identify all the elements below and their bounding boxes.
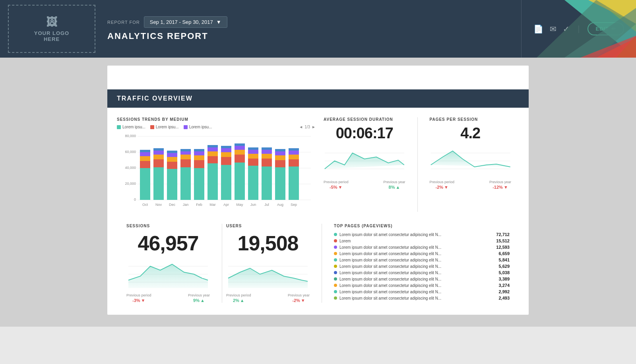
page-dot (334, 284, 337, 287)
sessions-trends-section: SESSIONS TRENDS BY MEDIUM Lorem ipsu... … (117, 117, 519, 212)
nav-page: 1/3 (304, 125, 310, 129)
page-row-left: Lorem ipsum dolor sit amet consectetur a… (334, 296, 490, 300)
page-name: Lorem ipsum dolor sit amet consectetur a… (339, 252, 441, 256)
logo-text: YOUR LOGO (34, 30, 69, 36)
svg-rect-52 (207, 145, 218, 147)
page-name: Lorem ipsum dolor sit amet consectetur a… (339, 245, 441, 250)
svg-rect-28 (153, 148, 164, 151)
sessions-value: 46,957 (126, 231, 210, 255)
pps-prev-period: Previous period -2% ▼ (430, 180, 455, 190)
svg-rect-84 (289, 167, 299, 200)
down-arrow-3: ▼ (504, 185, 508, 190)
chart-legend: Lorem ipsu... Lorem ipsu... Lorem ipsu..… (117, 125, 316, 129)
page-row: Lorem ipsum dolor sit amet consectetur a… (334, 264, 510, 269)
report-card: TRAFFIC OVERVIEW SESSIONS TRENDS BY MEDI… (107, 66, 529, 315)
header: 🖼 YOUR LOGO HERE REPORT FOR Sep 1, 2017 … (0, 0, 636, 58)
page-name: Lorem ipsum dolor sit amet consectetur a… (339, 296, 441, 300)
page-title: ANALYTICS REPORT (107, 31, 521, 41)
svg-rect-70 (248, 147, 258, 150)
pps-spark-svg (430, 145, 512, 177)
svg-rect-54 (221, 165, 231, 200)
svg-rect-62 (235, 150, 245, 155)
users-prev-year-label: Previous year (288, 293, 310, 297)
legend-item-2: Lorem ipsu... (150, 125, 179, 129)
chart-right: AVERAGE SESSION DURATION 00:06:17 (316, 117, 519, 212)
svg-text:Apr: Apr (223, 203, 229, 207)
page-row-left: Lorem ipsum dolor sit amet consectetur a… (334, 277, 490, 281)
date-range-dropdown[interactable]: Sep 1, 2017 - Sep 30, 2017 ▼ (144, 16, 227, 28)
svg-rect-60 (235, 163, 245, 200)
top-pages: TOP PAGES (PAGEVIEWS) Lorem ipsum dolor … (326, 224, 510, 303)
page-row-left: Lorem ipsum dolor sit amet consectetur a… (334, 271, 490, 275)
svg-rect-80 (275, 155, 285, 160)
sessions-sparkline (126, 258, 210, 290)
avg-session-sparkline (324, 145, 405, 177)
svg-rect-75 (262, 150, 272, 154)
edit-button[interactable]: EDIT ✏ (588, 22, 624, 35)
page-dot (334, 290, 337, 293)
svg-text:80,000: 80,000 (125, 134, 136, 138)
avg-prev-year-value: 8% ▲ (389, 185, 400, 190)
sessions-prev-period-value: -3% ▼ (132, 298, 145, 303)
page-row-left: Lorem ipsum dolor sit amet consectetur a… (334, 264, 490, 269)
down-arrow-s1: ▼ (141, 298, 145, 303)
page-dot (334, 239, 337, 242)
svg-rect-45 (194, 151, 204, 155)
users-title: USERS (226, 224, 310, 228)
svg-rect-73 (262, 159, 272, 167)
header-main: REPORT FOR Sep 1, 2017 - Sep 30, 2017 ▼ … (103, 0, 521, 58)
users-prev-year: Previous year -2% ▼ (288, 293, 310, 303)
pages-per-session-metric: PAGES PER SESSION 4.2 (422, 117, 520, 212)
pps-prev-year-label: Previous year (489, 180, 511, 184)
page-row-left: Lorem ipsum dolor sit amet consectetur a… (334, 258, 490, 262)
sessions-prev-year-label: Previous year (188, 293, 210, 297)
legend-label-2: Lorem ipsu... (156, 125, 179, 129)
svg-rect-78 (275, 167, 285, 200)
legend-label-1: Lorem ipsu... (122, 125, 145, 129)
page-row: Lorem ipsum dolor sit amet consectetur a… (334, 251, 510, 256)
legend-nav[interactable]: ◄ 1/3 ► (299, 125, 316, 129)
svg-text:Oct: Oct (142, 203, 148, 207)
users-sparkline (226, 258, 310, 290)
download-icon[interactable]: 📄 (533, 24, 543, 34)
logo-text2: HERE (44, 36, 60, 42)
edit-label: EDIT (595, 26, 609, 32)
svg-rect-69 (248, 150, 258, 154)
svg-rect-44 (194, 155, 204, 160)
bottom-row: SESSIONS 46,957 (117, 224, 519, 303)
check-icon[interactable]: ✓ (563, 24, 570, 34)
dropdown-chevron: ▼ (216, 19, 221, 25)
divider-v-1 (417, 117, 418, 212)
page-row-left: Lorem ipsum dolor sit amet consectetur a… (334, 245, 490, 250)
page-row: Lorem ipsum dolor sit amet consectetur a… (334, 296, 510, 300)
section-title: TRAFFIC OVERVIEW (117, 95, 193, 102)
page-row: Lorem ipsum dolor sit amet consectetur a… (334, 232, 510, 237)
page-name: Lorem ipsum dolor sit amet consectetur a… (339, 232, 441, 237)
users-metric: USERS 19,508 (226, 224, 318, 303)
page-row: Lorem ipsum dolor sit amet consectetur a… (334, 283, 510, 288)
nav-prev[interactable]: ◄ (299, 125, 303, 129)
svg-text:Dec: Dec (169, 203, 176, 207)
email-icon[interactable]: ✉ (550, 24, 556, 34)
svg-rect-48 (207, 163, 218, 200)
avg-session-prev-year: Previous year 8% ▲ (383, 180, 405, 190)
svg-rect-36 (180, 167, 191, 200)
separator: | (578, 24, 580, 33)
header-actions: 📄 ✉ ✓ | EDIT ✏ (521, 0, 636, 58)
svg-rect-81 (275, 151, 285, 155)
svg-rect-33 (167, 153, 177, 157)
page-count: 3,274 (490, 283, 510, 288)
page-row: Lorem ipsum dolor sit amet consectetur a… (334, 245, 510, 250)
svg-text:Jun: Jun (250, 203, 256, 207)
avg-prev-year-label: Previous year (383, 180, 405, 184)
page-count: 2,992 (490, 289, 510, 294)
svg-rect-20 (140, 156, 150, 161)
page-dot (334, 271, 337, 274)
legend-item-1: Lorem ipsu... (117, 125, 145, 129)
page-name: Lorem ipsum dolor sit amet consectetur a… (339, 264, 441, 269)
svg-rect-38 (180, 155, 191, 159)
down-arrow-u: ▼ (301, 298, 305, 303)
up-arrow-u: ▲ (240, 298, 244, 303)
svg-rect-31 (167, 162, 177, 169)
nav-next[interactable]: ► (312, 125, 316, 129)
